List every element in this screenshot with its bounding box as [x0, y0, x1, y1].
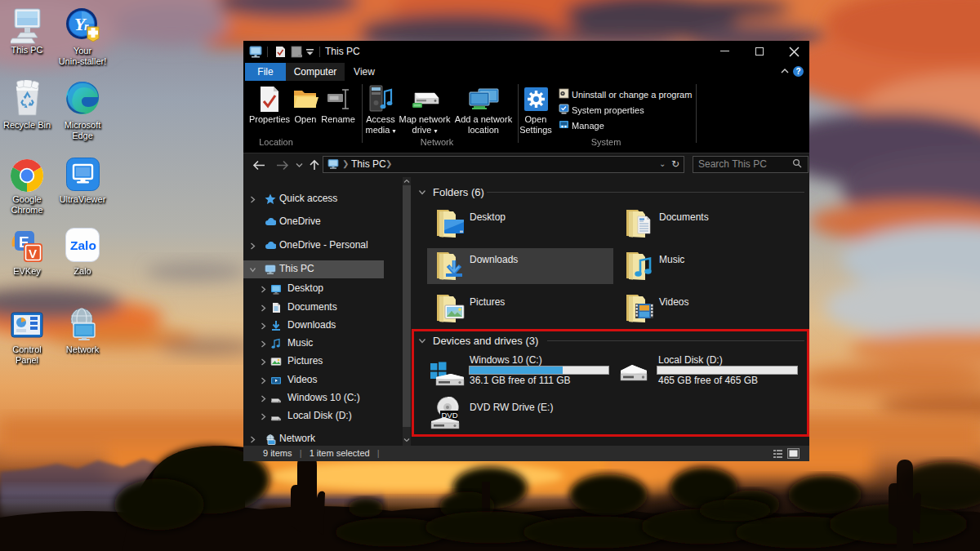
svg-text:V: V — [29, 247, 37, 260]
svg-text:Zalo: Zalo — [70, 238, 96, 252]
